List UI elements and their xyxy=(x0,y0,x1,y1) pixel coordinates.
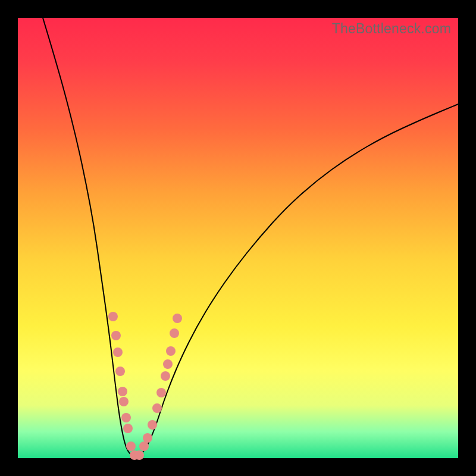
bead-point xyxy=(121,413,131,422)
bottleneck-curve xyxy=(43,18,458,456)
outer-frame: TheBottleneck.com xyxy=(0,0,476,476)
bead-point xyxy=(115,367,125,376)
bead-point xyxy=(123,424,133,433)
chart-svg xyxy=(18,18,458,458)
bead-point xyxy=(108,312,118,321)
bead-point xyxy=(173,314,182,323)
bead-point xyxy=(156,388,166,397)
bead-point xyxy=(139,441,149,451)
bead-point xyxy=(111,331,121,340)
highlight-beads xyxy=(108,312,182,460)
bead-point xyxy=(148,420,157,430)
bead-point xyxy=(134,450,144,460)
bead-point xyxy=(163,359,173,369)
bead-point xyxy=(118,387,127,396)
bead-point xyxy=(113,347,123,357)
bead-point xyxy=(166,346,176,356)
bead-point xyxy=(170,328,179,338)
plot-area: TheBottleneck.com xyxy=(18,18,458,458)
bead-point xyxy=(161,371,170,381)
bead-point xyxy=(119,397,129,406)
bead-point xyxy=(152,403,162,413)
bead-point xyxy=(126,441,136,451)
bead-point xyxy=(143,433,152,443)
